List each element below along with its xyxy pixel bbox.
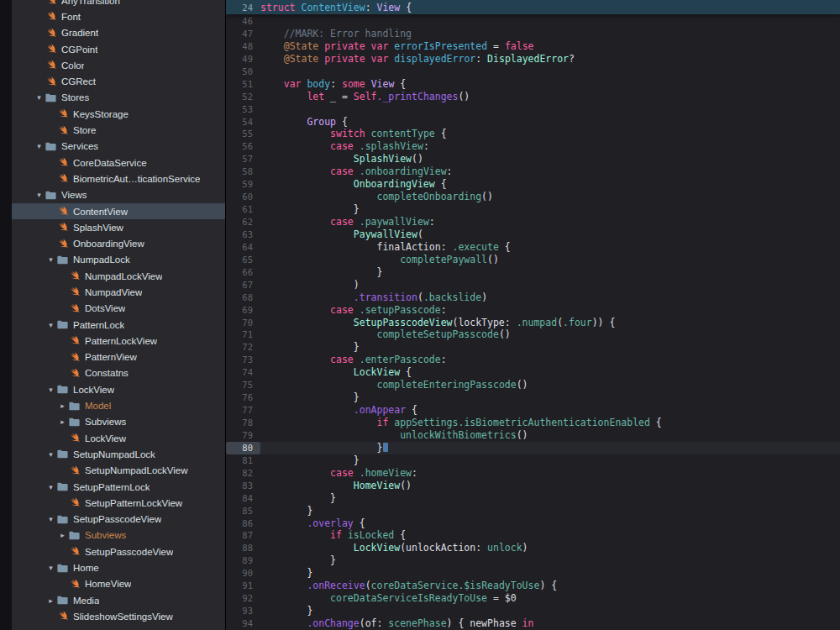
code-line-66[interactable]: 66 } xyxy=(226,266,840,279)
sidebar-item-color[interactable]: Color xyxy=(12,57,225,73)
sidebar-item-stores[interactable]: ▾Stores xyxy=(12,90,225,106)
code-line-56[interactable]: 56 case .splashView: xyxy=(226,140,840,153)
code-line-57[interactable]: 57 SplashView() xyxy=(226,153,840,165)
code-line-61[interactable]: 61 } xyxy=(226,203,840,216)
code-line-65[interactable]: 65 completePaywall() xyxy=(226,254,840,266)
code-line-79[interactable]: 79 unlockWithBiometrics() xyxy=(226,429,840,442)
line-number[interactable]: 79 xyxy=(226,429,260,442)
sidebar-item-biometricaut-ticationservice[interactable]: BiometricAut…ticationService xyxy=(12,171,225,186)
sidebar-item-model[interactable]: ▸Model xyxy=(12,397,225,413)
code-line-46[interactable]: 46 xyxy=(226,15,840,28)
line-number[interactable]: 68 xyxy=(226,291,260,304)
code-line-53[interactable]: 53 xyxy=(226,103,840,116)
line-number[interactable]: 78 xyxy=(226,417,260,429)
sidebar-item-slideshowsettingsview[interactable]: SlideshowSettingsView xyxy=(12,608,225,624)
line-number[interactable]: 90 xyxy=(226,567,260,580)
line-number[interactable]: 62 xyxy=(226,216,260,228)
code-line-84[interactable]: 84 } xyxy=(226,492,840,505)
code-line-59[interactable]: 59 OnboardingView { xyxy=(226,178,840,191)
sidebar-item-patternview[interactable]: PatternView xyxy=(12,349,225,365)
disclosure-chevron-icon[interactable]: ▸ xyxy=(57,402,68,410)
line-number[interactable]: 88 xyxy=(226,542,260,554)
line-number[interactable]: 57 xyxy=(226,153,260,165)
code-line-72[interactable]: 72 } xyxy=(226,341,840,354)
line-number[interactable]: 75 xyxy=(226,379,260,391)
line-number[interactable]: 59 xyxy=(226,178,260,191)
code-line-86[interactable]: 86 .overlay { xyxy=(226,517,840,530)
disclosure-chevron-icon[interactable]: ▸ xyxy=(57,531,68,539)
sidebar-item-font[interactable]: Font xyxy=(12,8,225,24)
line-number[interactable]: 82 xyxy=(226,467,260,480)
sidebar-item-coredataservice[interactable]: CoreDataService xyxy=(12,155,225,171)
sidebar-item-setupnumpadlockview[interactable]: SetupNumpadLockView xyxy=(12,463,225,479)
disclosure-chevron-icon[interactable]: ▾ xyxy=(45,386,56,394)
sidebar-item-anytransition[interactable]: AnyTransition xyxy=(12,0,225,8)
line-number[interactable]: 70 xyxy=(226,317,260,329)
sidebar-item-media[interactable]: ▸Media xyxy=(12,592,225,608)
sidebar-item-cgpoint[interactable]: CGPoint xyxy=(12,41,225,57)
line-number[interactable]: 89 xyxy=(226,554,260,567)
code-line-81[interactable]: 81 } xyxy=(226,454,840,467)
code-line-88[interactable]: 88 LockView(unlockAction: unlock) xyxy=(226,542,840,554)
sidebar-item-lockview[interactable]: LockView xyxy=(12,430,225,446)
line-number[interactable]: 65 xyxy=(226,254,260,266)
sidebar-item-setuppasscodeview[interactable]: ▾SetupPasscodeView xyxy=(12,512,225,528)
sidebar-item-home[interactable]: ▾Home xyxy=(12,559,225,575)
line-number[interactable]: 77 xyxy=(226,404,260,417)
code-line-90[interactable]: 90 } xyxy=(226,567,840,580)
line-number[interactable]: 73 xyxy=(226,354,260,366)
sidebar-item-constatns[interactable]: Constatns xyxy=(12,365,225,381)
line-number[interactable]: 55 xyxy=(226,128,260,140)
code-line-71[interactable]: 71 completeSetupPasscode() xyxy=(226,328,840,341)
sidebar-item-splashview[interactable]: SplashView xyxy=(12,219,225,235)
sidebar-item-numpadlockview[interactable]: NumpadLockView xyxy=(12,268,225,284)
line-number[interactable]: 71 xyxy=(226,328,260,341)
code-editor[interactable]: 24 struct ContentView: View { 4647 //MAR… xyxy=(225,0,840,630)
code-line-70[interactable]: 70 SetupPasscodeView(lockType: .numpad(.… xyxy=(226,317,840,329)
code-line-75[interactable]: 75 completeEnteringPasscode() xyxy=(226,379,840,391)
code-line-67[interactable]: 67 ) xyxy=(226,279,840,291)
code-line-47[interactable]: 47 //MARK: Error handling xyxy=(226,28,840,40)
code-line-87[interactable]: 87 if isLocked { xyxy=(226,529,840,542)
line-number[interactable]: 64 xyxy=(226,241,260,254)
code-line-48[interactable]: 48 @State private var errorIsPresented =… xyxy=(226,40,840,53)
code-line-69[interactable]: 69 case .setupPasscode: xyxy=(226,304,840,317)
code-line-63[interactable]: 63 PaywallView( xyxy=(226,228,840,241)
code-line-68[interactable]: 68 .transition(.backslide) xyxy=(226,291,840,304)
code-line-51[interactable]: 51 var body: some View { xyxy=(226,78,840,91)
sidebar-item-cgrect[interactable]: CGRect xyxy=(12,73,225,89)
line-number[interactable]: 51 xyxy=(226,78,260,91)
code-line-50[interactable]: 50 xyxy=(226,66,840,78)
code-line-80[interactable]: 80 } xyxy=(226,442,840,454)
line-number[interactable]: 58 xyxy=(226,165,260,178)
line-number[interactable]: 67 xyxy=(226,279,260,291)
line-number[interactable]: 94 xyxy=(226,617,260,630)
code-line-94[interactable]: 94 .onChange(of: scenePhase) { newPhase … xyxy=(226,617,840,630)
line-number[interactable]: 80 xyxy=(226,442,260,454)
code-line-74[interactable]: 74 LockView { xyxy=(226,366,840,379)
disclosure-chevron-icon[interactable]: ▸ xyxy=(57,417,68,426)
code-line-91[interactable]: 91 .onReceive(coreDataService.$isReadyTo… xyxy=(226,580,840,592)
sidebar-item-lockview[interactable]: ▾LockView xyxy=(12,381,225,397)
disclosure-chevron-icon[interactable]: ▾ xyxy=(34,191,45,199)
line-number[interactable]: 60 xyxy=(226,191,260,203)
code-line-85[interactable]: 85 } xyxy=(226,505,840,517)
sidebar-item-store[interactable]: Store xyxy=(12,122,225,138)
line-number[interactable]: 85 xyxy=(226,505,260,517)
code-line-73[interactable]: 73 case .enterPasscode: xyxy=(226,354,840,366)
sidebar-item-patternlock[interactable]: ▾PatternLock xyxy=(12,317,225,333)
line-number[interactable]: 91 xyxy=(226,580,260,592)
line-number[interactable]: 54 xyxy=(226,116,260,129)
line-number[interactable]: 86 xyxy=(226,517,260,530)
sidebar-item-views[interactable]: ▾Views xyxy=(12,187,225,203)
sidebar-item-keysstorage[interactable]: KeysStorage xyxy=(12,106,225,122)
disclosure-chevron-icon[interactable]: ▸ xyxy=(45,596,56,605)
code-line-54[interactable]: 54 Group { xyxy=(226,116,840,129)
line-number[interactable]: 83 xyxy=(226,480,260,492)
sidebar-item-numpadview[interactable]: NumpadView xyxy=(12,284,225,300)
line-number[interactable]: 53 xyxy=(226,103,260,116)
line-number[interactable]: 92 xyxy=(226,592,260,605)
code-line-92[interactable]: 92 coreDataServiceIsReadyToUse = $0 xyxy=(226,592,840,605)
code-line-83[interactable]: 83 HomeView() xyxy=(226,480,840,492)
sidebar-item-numpadlock[interactable]: ▾NumpadLock xyxy=(12,252,225,268)
